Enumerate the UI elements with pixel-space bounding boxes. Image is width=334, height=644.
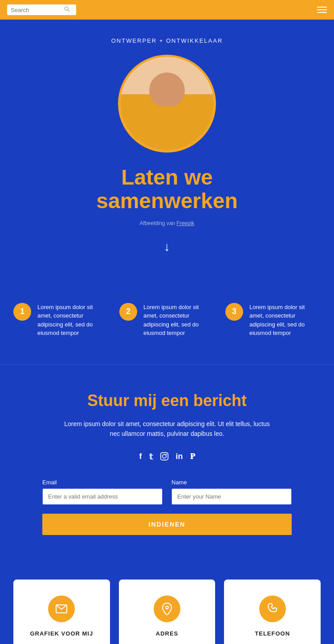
svg-line-1 [68, 10, 69, 12]
email-card-icon [48, 596, 75, 622]
svg-point-6 [166, 606, 168, 609]
step-item-3: 3 Lorem ipsum dolor sit amet, consectetu… [225, 303, 321, 338]
contact-section: Stuur mij een bericht Lorem ipsum dolor … [0, 364, 334, 558]
down-arrow-icon: ↓ [164, 240, 170, 254]
step-number-1: 1 [13, 303, 31, 321]
cards-section: GRAFIEK VOOR MIJ Neem elke keer contact … [0, 557, 334, 644]
freepik-link[interactable]: Freepik [176, 220, 194, 226]
hero-subtitle: ONTWERPER + ONTWIKKELAAR [9, 37, 325, 44]
step-text-2: Lorem ipsum dolor sit amet, consectetur … [143, 303, 215, 338]
step-item-2: 2 Lorem ipsum dolor sit amet, consectetu… [119, 303, 215, 338]
contact-title: Stuur mij een bericht [13, 391, 321, 410]
hero-title: Laten we samenwerken [9, 166, 325, 213]
twitter-icon[interactable]: 𝕥 [149, 452, 153, 463]
card-address-link: 121 Rock Sreet, 21 Avenue, New York, NY … [128, 642, 207, 644]
email-label: Email [42, 479, 163, 486]
name-group: Name [171, 479, 292, 505]
card-address-title: ADRES [128, 630, 207, 637]
card-phone-text: Ma-vrij van 8.00 tot 5.00 uur [233, 642, 312, 644]
step-number-3: 3 [225, 303, 243, 321]
svg-point-4 [166, 454, 167, 455]
svg-point-3 [162, 455, 166, 458]
card-contact-title: GRAFIEK VOOR MIJ [22, 630, 101, 637]
search-icon [64, 6, 70, 13]
avatar [118, 55, 216, 153]
social-icons: f 𝕥 in 𝐏 [13, 452, 321, 463]
email-input[interactable] [42, 488, 163, 505]
steps-section: 1 Lorem ipsum dolor sit amet, consectetu… [0, 281, 334, 364]
card-address: ADRES 121 Rock Sreet, 21 Avenue, New Yor… [119, 580, 216, 644]
address-card-icon [154, 596, 180, 622]
card-contact-text: Neem elke keer contact met mij op! [22, 642, 101, 644]
form-row: Email Name [42, 479, 292, 505]
card-contact: GRAFIEK VOOR MIJ Neem elke keer contact … [13, 580, 110, 644]
step-item-1: 1 Lorem ipsum dolor sit amet, consectetu… [13, 303, 109, 338]
step-number-2: 2 [119, 303, 137, 321]
contact-description: Lorem ipsum dolor sit amet, consectetur … [60, 419, 274, 439]
email-group: Email [42, 479, 163, 505]
submit-button[interactable]: INDIENEN [42, 514, 292, 535]
linkedin-icon[interactable]: in [176, 452, 183, 463]
phone-card-icon [259, 596, 286, 622]
svg-point-0 [65, 7, 68, 10]
step-text-3: Lorem ipsum dolor sit amet, consectetur … [249, 303, 321, 338]
svg-rect-2 [160, 453, 168, 460]
search-bar[interactable] [7, 4, 76, 15]
header [0, 0, 334, 20]
facebook-icon[interactable]: f [139, 452, 142, 463]
step-text-1: Lorem ipsum dolor sit amet, consectetur … [37, 303, 109, 338]
card-phone-title: TELEFOON [233, 630, 312, 637]
image-credit: Afbeelding van Freepik [9, 220, 325, 226]
name-input[interactable] [171, 488, 292, 505]
name-label: Name [171, 479, 292, 486]
hamburger-menu[interactable] [317, 7, 327, 13]
pinterest-icon[interactable]: 𝐏 [190, 452, 195, 463]
instagram-icon[interactable] [160, 452, 169, 463]
hero-section: ONTWERPER + ONTWIKKELAAR Laten we samenw… [0, 20, 334, 281]
search-input[interactable] [11, 7, 64, 13]
card-phone: TELEFOON Ma-vrij van 8.00 tot 5.00 uur +… [224, 580, 321, 644]
